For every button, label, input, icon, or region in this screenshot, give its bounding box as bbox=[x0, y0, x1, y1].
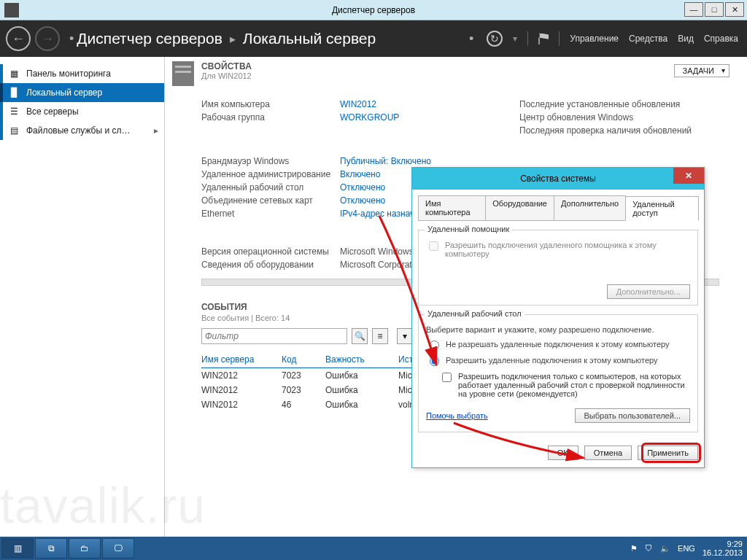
label-workgroup: Рабочая группа bbox=[201, 112, 340, 122]
group-remote-desktop: Удаленный рабочий стол Выберите вариант … bbox=[418, 314, 698, 432]
menu-view[interactable]: Вид bbox=[678, 34, 694, 44]
close-button[interactable]: ✕ bbox=[725, 2, 744, 17]
label-ethernet: Ethernet bbox=[201, 209, 340, 219]
server-tile-icon bbox=[172, 61, 194, 86]
tray-flag-icon[interactable]: ⚑ bbox=[630, 544, 638, 553]
sidebar-item-dashboard[interactable]: ▦Панель мониторинга bbox=[0, 64, 164, 83]
menu-tools[interactable]: Средства bbox=[629, 34, 667, 44]
sidebar-item-label: Файловые службы и сл… bbox=[26, 125, 131, 136]
dialog-cancel-button[interactable]: Отмена bbox=[584, 446, 632, 460]
sidebar-item-label: Все серверы bbox=[26, 106, 79, 117]
help-choose-link[interactable]: Помочь выбрать bbox=[426, 411, 488, 420]
tray-lang[interactable]: ENG bbox=[678, 544, 695, 553]
server-icon: ▉ bbox=[9, 88, 19, 98]
tab-advanced[interactable]: Дополнительно bbox=[554, 195, 626, 220]
label-hw-info: Сведения об оборудовании bbox=[201, 260, 340, 270]
label-nic-teaming: Объединение сетевых карт bbox=[201, 195, 340, 206]
col-severity[interactable]: Важность bbox=[325, 354, 398, 365]
tray-sound-icon[interactable]: 🔈 bbox=[660, 544, 670, 553]
taskbar-app[interactable]: 🖵 bbox=[102, 538, 134, 559]
system-properties-dialog: Свойства системы ✕ Имя компьютера Оборуд… bbox=[411, 167, 705, 468]
label-remote-desktop: Удаленный рабочий стол bbox=[201, 182, 340, 192]
remote-assistance-advanced-button: Дополнительно... bbox=[607, 284, 690, 299]
window-titlebar: Диспетчер серверов — □ ✕ bbox=[0, 0, 747, 20]
window-title: Диспетчер серверов bbox=[332, 5, 415, 15]
group-caption: Удаленный рабочий стол bbox=[425, 309, 525, 318]
taskbar-server-manager[interactable]: ▥ bbox=[1, 538, 34, 559]
sidebar: ▦Панель мониторинга ▉Локальный сервер ☰В… bbox=[0, 57, 165, 537]
menu-help[interactable]: Справка bbox=[704, 34, 738, 44]
col-server[interactable]: Имя сервера bbox=[201, 354, 282, 365]
label-firewall: Брандмауэр Windows bbox=[201, 156, 340, 166]
menu-manage[interactable]: Управление bbox=[570, 34, 619, 44]
breadcrumb-local[interactable]: Локальный сервер bbox=[243, 30, 376, 47]
dialog-apply-button[interactable]: Применить bbox=[638, 446, 698, 460]
sidebar-item-label: Локальный сервер bbox=[26, 88, 102, 98]
refresh-button[interactable]: ↻ bbox=[487, 31, 503, 47]
back-button[interactable]: ← bbox=[6, 26, 31, 51]
tasks-dropdown[interactable]: ЗАДАЧИ bbox=[674, 64, 729, 77]
sidebar-item-local-server[interactable]: ▉Локальный сервер bbox=[0, 83, 164, 102]
label-remote-admin: Удаленное администрирование bbox=[201, 169, 340, 179]
breadcrumb-root[interactable]: Диспетчер серверов bbox=[77, 30, 222, 47]
filter-options-button[interactable]: ≡ bbox=[372, 328, 388, 344]
checkbox-nla[interactable]: Разрешить подключения только с компьютер… bbox=[439, 372, 690, 398]
filter-search-button[interactable]: 🔍 bbox=[352, 328, 368, 344]
forward-button[interactable]: → bbox=[35, 26, 60, 51]
app-icon bbox=[4, 3, 19, 18]
label-os-version: Версия операционной системы bbox=[201, 246, 340, 257]
tab-computer-name[interactable]: Имя компьютера bbox=[418, 195, 486, 220]
label-last-check: Последняя проверка наличия обновлений bbox=[519, 125, 746, 136]
link-computer-name[interactable]: WIN2012 bbox=[340, 99, 500, 109]
group-remote-assistance: Удаленный помощник Разрешить подключения… bbox=[418, 230, 698, 306]
tab-hardware[interactable]: Оборудование bbox=[485, 195, 554, 220]
link-workgroup[interactable]: WORKGROUP bbox=[340, 112, 500, 122]
taskbar-powershell[interactable]: ⧉ bbox=[35, 538, 67, 559]
dialog-ok-button[interactable]: OK bbox=[548, 446, 578, 460]
dialog-close-button[interactable]: ✕ bbox=[673, 168, 704, 184]
header-bar: ← → • Диспетчер серверов ▸ Локальный сер… bbox=[0, 20, 747, 57]
sidebar-item-all-servers[interactable]: ☰Все серверы bbox=[0, 102, 164, 121]
label-last-updates: Последние установленные обновления bbox=[519, 99, 746, 109]
flag-icon[interactable] bbox=[538, 33, 549, 44]
group-caption: Удаленный помощник bbox=[425, 225, 512, 233]
dialog-title: Свойства системы ✕ bbox=[412, 168, 704, 190]
storage-icon: ▤ bbox=[9, 125, 19, 136]
tray-clock[interactable]: 9:29 16.12.2013 bbox=[703, 540, 743, 557]
radio-rd-deny[interactable]: Не разрешать удаленные подключения к это… bbox=[426, 340, 690, 350]
taskbar-explorer[interactable]: 🗀 bbox=[69, 538, 101, 559]
events-filter-input[interactable] bbox=[201, 328, 347, 344]
servers-icon: ☰ bbox=[9, 106, 19, 117]
dialog-tabs: Имя компьютера Оборудование Дополнительн… bbox=[418, 195, 698, 221]
maximize-button[interactable]: □ bbox=[705, 2, 724, 17]
tray-network-icon[interactable]: ⛉ bbox=[645, 544, 653, 553]
filter-tags-button[interactable]: ▾ bbox=[397, 328, 413, 344]
sidebar-item-file-services[interactable]: ▤Файловые службы и сл…▸ bbox=[0, 121, 164, 140]
radio-rd-allow[interactable]: Разрешить удаленные подключения к этому … bbox=[426, 356, 690, 366]
tab-remote-access[interactable]: Удаленный доступ bbox=[625, 196, 699, 221]
props-heading: СВОЙСТВА bbox=[201, 61, 252, 71]
remote-desktop-intro: Выберите вариант и укажите, кому разреше… bbox=[426, 325, 690, 334]
label-update-center: Центр обновления Windows bbox=[519, 112, 746, 122]
taskbar: ▥ ⧉ 🗀 🖵 ⚑ ⛉ 🔈 ENG 9:29 16.12.2013 bbox=[0, 537, 747, 560]
label-computer-name: Имя компьютера bbox=[201, 99, 340, 109]
sidebar-item-label: Панель мониторинга bbox=[26, 69, 111, 79]
col-code[interactable]: Код bbox=[282, 354, 325, 365]
checkbox-remote-assistance[interactable]: Разрешить подключения удаленного помощни… bbox=[426, 241, 690, 258]
dashboard-icon: ▦ bbox=[9, 69, 19, 79]
props-subtitle: Для WIN2012 bbox=[201, 71, 252, 80]
link-firewall[interactable]: Публичный: Включено bbox=[340, 156, 500, 166]
select-users-button[interactable]: Выбрать пользователей... bbox=[575, 408, 691, 423]
minimize-button[interactable]: — bbox=[684, 2, 703, 17]
